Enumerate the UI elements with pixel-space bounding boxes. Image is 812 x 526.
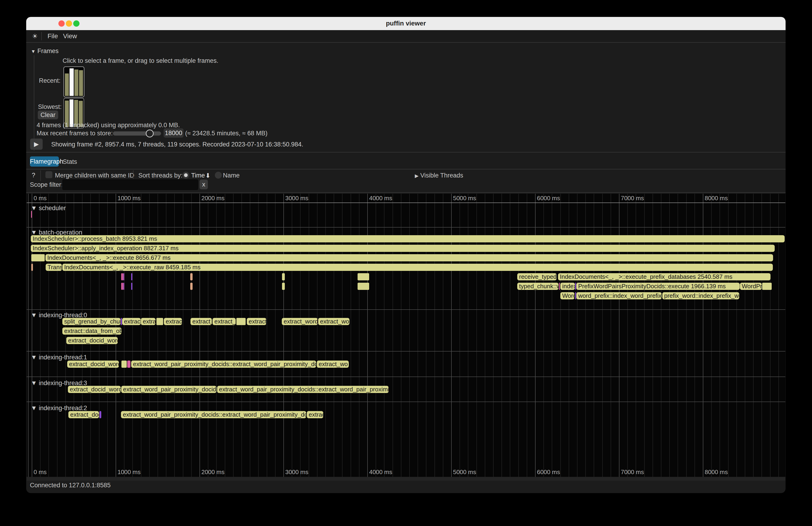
scope-bar[interactable]: extract_	[190, 318, 212, 325]
scope-bar[interactable]: split_grenad_by_chun	[62, 318, 120, 325]
scope-bar[interactable]: WordPr	[740, 283, 762, 290]
axis-tick-label: 2000 ms	[201, 195, 224, 202]
tab-flamegraph[interactable]: Flamegraph	[30, 157, 59, 166]
scope-tick[interactable]	[236, 318, 246, 325]
frames-info: 4 frames (1 unpacked) using approximatel…	[37, 122, 180, 129]
scope-bar[interactable]: extract_docid_word	[66, 337, 118, 344]
play-button[interactable]: ▶	[30, 138, 43, 150]
scope-bar[interactable]: extra	[141, 318, 156, 325]
scope-bar[interactable]: Word	[560, 292, 575, 299]
scope-bar[interactable]: extract_wo	[318, 318, 349, 325]
frame-bar[interactable]	[65, 73, 69, 96]
scope-bar[interactable]: extract_word_pair_proximity_docids::extr…	[217, 386, 389, 393]
scope-tick[interactable]	[575, 292, 576, 299]
scope-bar[interactable]: extract_word	[282, 318, 318, 325]
scope-bar[interactable]: extract_doc	[68, 411, 99, 418]
scope-filter-input[interactable]	[62, 179, 199, 190]
scope-bar[interactable]: PrefixWordPairsProximityDocids::execute …	[576, 283, 740, 290]
scope-bar[interactable]: prefix_word::index_prefix_wo	[662, 292, 739, 299]
scope-tick[interactable]	[762, 283, 772, 290]
sort-direction-arrow-icon[interactable]: ⬇	[205, 172, 211, 179]
scope-bar[interactable]: receive_typed_	[517, 273, 556, 280]
scope-tick[interactable]	[123, 273, 124, 280]
window-title: puffin viewer	[26, 20, 786, 27]
scope-bar[interactable]: extract_word_pair_proximity_docids::extr…	[121, 411, 306, 418]
axis-baseline	[27, 203, 785, 203]
frames-collapsing-header[interactable]: ▼ Frames	[31, 47, 59, 55]
scope-tick[interactable]	[121, 318, 122, 325]
scope-bar[interactable]: extract_word_pair_proximity_docids	[121, 386, 216, 393]
scope-bar[interactable]: extract	[122, 318, 141, 325]
scope-tick[interactable]	[190, 283, 192, 290]
tab-stats[interactable]: Stats	[63, 158, 77, 165]
scope-tick[interactable]	[559, 283, 560, 290]
thread-header[interactable]: ▼ scheduler	[31, 205, 66, 212]
axis-tick-label: 4000 ms	[369, 469, 392, 476]
scope-bar[interactable]: IndexScheduler>::apply_index_operation 8…	[31, 245, 775, 252]
scope-tick[interactable]	[575, 283, 576, 290]
max-frames-value[interactable]: 18000	[164, 128, 184, 138]
scope-tick[interactable]	[31, 264, 33, 271]
help-button[interactable]: ?	[32, 172, 35, 179]
scope-bar[interactable]: extrac	[307, 411, 323, 418]
scroll-band	[27, 477, 785, 481]
scope-tick[interactable]	[123, 283, 124, 290]
clear-button[interactable]: Clear	[38, 111, 58, 119]
frame-bar[interactable]	[70, 68, 73, 96]
scope-tick[interactable]	[156, 318, 163, 325]
scope-bar[interactable]: extrac	[164, 318, 182, 325]
scope-bar[interactable]: extract	[247, 318, 266, 325]
merge-checkbox[interactable]	[45, 171, 53, 178]
menu-separator	[41, 32, 42, 40]
axis-tick-label: 0 ms	[33, 469, 47, 476]
frame-info: Showing frame #2, 8957.4 ms, 7 threads, …	[51, 141, 303, 148]
scope-tick[interactable]	[282, 283, 285, 290]
scope-tick[interactable]	[190, 273, 192, 280]
axis-tick-label: 5000 ms	[453, 195, 476, 202]
thread-header[interactable]: ▼ indexing-thread:1	[31, 354, 87, 361]
frame-bar[interactable]	[74, 70, 78, 96]
scope-tick[interactable]	[31, 211, 32, 218]
scope-bar[interactable]: extract_docid_word	[68, 386, 121, 393]
scope-bar[interactable]: typed_chunk::w	[517, 283, 559, 290]
frame-bar[interactable]	[79, 70, 83, 96]
app-menu-icon[interactable]: ☀	[32, 32, 38, 40]
scope-bar[interactable]: extract_word_pair_proximity_docids::extr…	[131, 361, 316, 368]
scope-tick[interactable]	[121, 361, 127, 368]
menu-file[interactable]: File	[47, 32, 58, 40]
scope-tick[interactable]	[131, 273, 132, 280]
scope-tick[interactable]	[121, 273, 123, 280]
scope-bar[interactable]: extract_docid_word	[67, 361, 119, 368]
sort-time-label: Time	[191, 172, 205, 179]
axis-tick-label: 2000 ms	[201, 469, 224, 476]
recent-frames-thumbnail[interactable]	[63, 67, 84, 97]
scope-tick[interactable]	[131, 283, 132, 290]
menu-view[interactable]: View	[63, 32, 77, 40]
max-frames-slider[interactable]	[113, 131, 161, 135]
clear-filter-button[interactable]: x	[200, 179, 208, 189]
scope-tick[interactable]	[127, 361, 130, 368]
scope-bar[interactable]: IndexDocuments<_, _>::execute 8656.677 m…	[45, 254, 773, 261]
scope-bar[interactable]: word_prefix::index_word_prefix_	[576, 292, 662, 299]
scope-tick[interactable]	[99, 411, 101, 418]
scope-tick[interactable]	[358, 283, 369, 290]
scope-bar[interactable]: IndexDocuments<_, _>::execute_prefix_dat…	[558, 273, 770, 280]
scope-tick[interactable]	[282, 273, 285, 280]
scope-bar[interactable]: IndexDocuments<_, _>::execute_raw 8459.1…	[62, 264, 773, 271]
scope-tick[interactable]	[31, 254, 45, 261]
scope-bar[interactable]: extract::data_from_ob	[62, 327, 121, 335]
visible-threads-header[interactable]: ▶ Visible Threads	[415, 172, 463, 179]
scope-tick[interactable]	[121, 283, 123, 290]
scope-bar[interactable]: IndexScheduler>::process_batch 8953.821 …	[31, 235, 785, 243]
slider-knob[interactable]	[146, 130, 154, 137]
scope-bar[interactable]: extract_	[213, 318, 236, 325]
scope-bar[interactable]: Trans	[46, 264, 62, 271]
scope-bar[interactable]: extract_wo	[317, 361, 349, 368]
radio-sort-name[interactable]	[215, 172, 222, 179]
thread-header[interactable]: ▼ indexing-thread:2	[31, 405, 87, 412]
flamegraph-canvas[interactable]: 0 ms0 ms1000 ms1000 ms2000 ms2000 ms3000…	[27, 194, 785, 477]
separator	[26, 192, 786, 193]
scope-tick[interactable]	[358, 273, 369, 280]
radio-sort-time[interactable]	[183, 172, 189, 179]
scope-bar[interactable]: index	[560, 283, 575, 290]
